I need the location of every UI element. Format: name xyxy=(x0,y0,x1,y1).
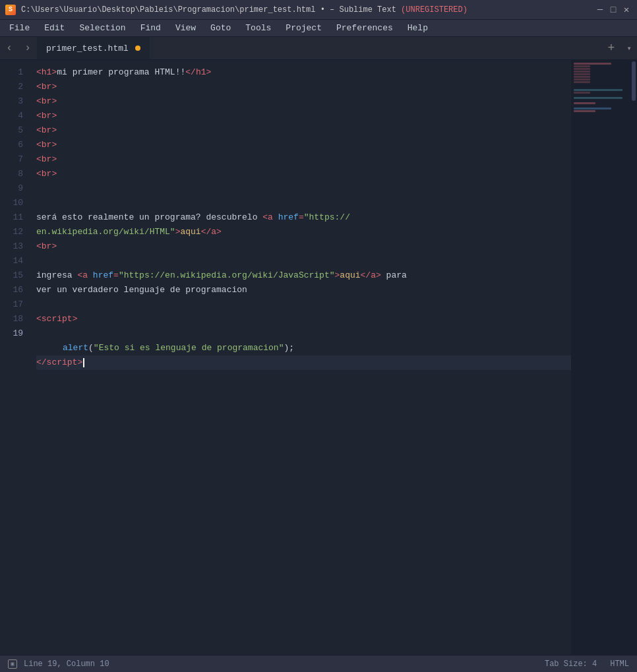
code-line-10 xyxy=(36,196,571,210)
code-line-11: será esto realmente un programa? descubr… xyxy=(36,210,571,225)
code-line-1: <h1>mi primer programa HTML!!</h1> xyxy=(36,65,571,80)
menu-goto[interactable]: Goto xyxy=(204,22,237,34)
tab-primer-test[interactable]: primer_test.html xyxy=(37,37,150,59)
line-num-13: 13 xyxy=(0,239,23,254)
line-num-6: 6 xyxy=(0,138,23,152)
line-num-2: 2 xyxy=(0,80,23,94)
code-line-19: </script> xyxy=(36,355,571,370)
menu-edit[interactable]: Edit xyxy=(38,22,71,34)
tab-next-button[interactable]: › xyxy=(18,37,37,59)
code-line-17 xyxy=(36,326,571,341)
code-line-18: alert("Esto si es lenguaje de programaci… xyxy=(36,341,571,355)
code-line-15 xyxy=(36,297,571,312)
title-bar-path: C:\Users\Usuario\Desktop\Pableis\Program… xyxy=(21,5,468,15)
scrollbar-thumb[interactable] xyxy=(632,61,636,101)
tab-prev-button[interactable]: ‹ xyxy=(0,37,18,59)
menu-find[interactable]: Find xyxy=(134,22,167,34)
line-num-16: 16 xyxy=(0,283,23,297)
close-button[interactable]: ✕ xyxy=(621,5,632,15)
code-line-3: <br> xyxy=(36,94,571,109)
status-bar: ▣ Line 19, Column 10 Tab Size: 4 HTML xyxy=(0,655,637,672)
code-line-16: <script> xyxy=(36,312,571,326)
code-line-5: <br> xyxy=(36,123,571,138)
tab-spacer xyxy=(150,37,601,59)
cursor-position: Line 19, Column 10 xyxy=(24,659,109,669)
menu-tools[interactable]: Tools xyxy=(239,22,278,34)
menu-selection[interactable]: Selection xyxy=(73,22,132,34)
line-num-4: 4 xyxy=(0,109,23,123)
line-num-3: 3 xyxy=(0,94,23,109)
line-num-10: 10 xyxy=(0,196,23,210)
code-line-7: <br> xyxy=(36,152,571,167)
tab-dropdown-button[interactable]: ▾ xyxy=(621,37,637,59)
tab-filename: primer_test.html xyxy=(46,44,129,53)
code-line-9 xyxy=(36,181,571,196)
line-numbers: 1 2 3 4 5 6 7 8 9 10 11 12 13 14 15 16 1… xyxy=(0,60,30,655)
tab-modified-dot xyxy=(135,46,140,51)
menu-help[interactable]: Help xyxy=(401,22,435,34)
status-icon: ▣ xyxy=(8,659,17,669)
code-line-14a: ingresa <a href="https://en.wikipedia.or… xyxy=(36,268,571,283)
code-editor[interactable]: <h1>mi primer programa HTML!!</h1> <br> … xyxy=(30,60,571,655)
text-cursor xyxy=(83,358,84,367)
minimize-button[interactable]: ─ xyxy=(595,5,605,15)
code-line-14b: ver un verdadero lenguaje de programacio… xyxy=(36,283,571,297)
menu-preferences[interactable]: Preferences xyxy=(330,22,400,34)
language-mode[interactable]: HTML xyxy=(610,659,629,669)
code-line-4: <br> xyxy=(36,109,571,123)
menu-view[interactable]: View xyxy=(169,22,202,34)
line-num-14: 14 xyxy=(0,254,23,268)
minimap-content xyxy=(571,60,630,115)
code-line-6: <br> xyxy=(36,138,571,152)
line-num-11: 11 xyxy=(0,210,23,225)
line-num-18: 18 xyxy=(0,312,23,326)
tab-bar: ‹ › primer_test.html + ▾ xyxy=(0,37,637,60)
code-line-8: <br> xyxy=(36,167,571,181)
line-num-19: 19 xyxy=(0,326,23,341)
menu-bar: File Edit Selection Find View Goto Tools… xyxy=(0,20,637,37)
tab-add-button[interactable]: + xyxy=(601,37,621,59)
code-line-13 xyxy=(36,254,571,268)
status-left: ▣ Line 19, Column 10 xyxy=(8,659,109,669)
app-icon: S xyxy=(5,5,16,15)
line-num-15: 15 xyxy=(0,268,23,283)
maximize-button[interactable]: □ xyxy=(608,5,619,15)
code-line-11b: en.wikipedia.org/wiki/HTML">aqui</a> xyxy=(36,225,571,239)
editor-area: 1 2 3 4 5 6 7 8 9 10 11 12 13 14 15 16 1… xyxy=(0,60,637,655)
title-bar: S C:\Users\Usuario\Desktop\Pableis\Progr… xyxy=(0,0,637,20)
line-num-17: 17 xyxy=(0,297,23,312)
minimap[interactable] xyxy=(571,60,630,655)
code-line-12: <br> xyxy=(36,239,571,254)
vertical-scrollbar[interactable] xyxy=(630,60,637,655)
line-num-7: 7 xyxy=(0,152,23,167)
tab-size: Tab Size: 4 xyxy=(545,659,597,669)
menu-project[interactable]: Project xyxy=(279,22,328,34)
status-right: Tab Size: 4 HTML xyxy=(545,659,629,669)
window-controls[interactable]: ─ □ ✕ xyxy=(595,5,632,15)
line-num-9: 9 xyxy=(0,181,23,196)
code-line-2: <br> xyxy=(36,80,571,94)
line-num-12: 12 xyxy=(0,225,23,239)
line-num-5: 5 xyxy=(0,123,23,138)
menu-file[interactable]: File xyxy=(3,22,36,34)
line-num-1: 1 xyxy=(0,65,23,80)
line-num-8: 8 xyxy=(0,167,23,181)
unregistered-label: (UNREGISTERED) xyxy=(401,5,468,15)
